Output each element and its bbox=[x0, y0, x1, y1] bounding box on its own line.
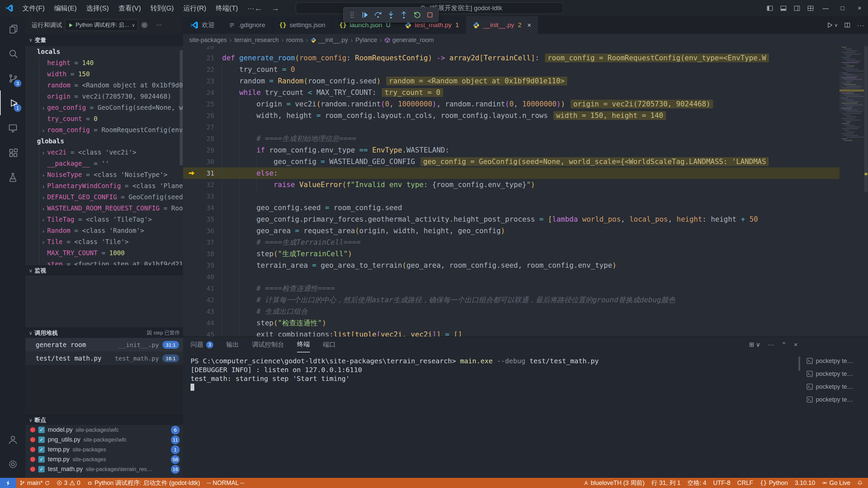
terminal-views-icon[interactable]: ⊞ ∨ bbox=[749, 341, 760, 348]
editor-scrollbar-thumb[interactable] bbox=[864, 46, 868, 192]
step-over-icon[interactable] bbox=[372, 9, 384, 21]
variable-row[interactable]: ›DEFAULT_GEO_CONFIG = GeoConfig(seed=1… bbox=[25, 191, 183, 203]
panel-tab-调试控制台[interactable]: 调试控制台 bbox=[252, 337, 284, 352]
menu-item-5[interactable]: 转到(G) bbox=[146, 0, 179, 16]
breakpoint-row[interactable]: ✓temp.pysite-packages1 bbox=[25, 445, 183, 454]
expand-chevron-icon[interactable]: › bbox=[40, 225, 47, 236]
code-line-24[interactable]: 24while try_count < MAX_TRY_COUNT:try_co… bbox=[183, 87, 840, 98]
tab-close-icon[interactable]: × bbox=[527, 21, 531, 29]
activitybar-run-and-debug[interactable]: 1 bbox=[0, 90, 25, 115]
statusbar-remote-indicator[interactable] bbox=[0, 478, 16, 488]
variable-row[interactable]: globals bbox=[25, 136, 183, 147]
variable-row[interactable]: width = 150 bbox=[25, 68, 183, 80]
menu-item-7[interactable]: 终端(T) bbox=[211, 0, 243, 16]
terminal-list-item[interactable]: pocketpy te… bbox=[803, 367, 868, 380]
chevron-down-icon[interactable]: ∨ bbox=[834, 22, 838, 28]
debug-config-dropdown[interactable]: Python 调试程序: 启… ∨ bbox=[65, 19, 138, 31]
nav-forward-icon[interactable]: → bbox=[269, 0, 282, 16]
close-panel-icon[interactable]: × bbox=[794, 341, 797, 348]
variable-row[interactable]: origin = vec2i(7205730, 9024468) bbox=[25, 91, 183, 102]
menu-item-6[interactable]: 运行(R) bbox=[178, 0, 211, 16]
variable-row[interactable]: ›WASTELAND_ROOM_REQUEST_CONFIG = RoomR… bbox=[25, 203, 183, 214]
sidebar-scrollbar[interactable] bbox=[180, 50, 183, 165]
breakpoints-section-header[interactable]: ∨ 断点 bbox=[25, 415, 183, 425]
code-line-43[interactable]: 43# 生成出口组合 bbox=[183, 306, 840, 317]
variable-row[interactable]: ›Tile = <class 'Tile'> bbox=[25, 236, 183, 247]
toggle-panel-icon[interactable] bbox=[776, 0, 790, 16]
overview-ruler[interactable] bbox=[864, 46, 868, 337]
variable-row[interactable]: MAX_TRY_COUNT = 1000 bbox=[25, 247, 183, 259]
terminal-output[interactable]: PS C:\computer_science\godot-ldtk\site-p… bbox=[191, 357, 791, 392]
toggle-primary-sidebar-icon[interactable] bbox=[763, 0, 776, 16]
expand-chevron-icon[interactable]: › bbox=[40, 237, 47, 247]
breakpoint-checkbox[interactable]: ✓ bbox=[38, 446, 45, 453]
statusbar-vim-mode[interactable]: -- NORMAL -- bbox=[203, 478, 248, 488]
variable-row[interactable]: ›vec2i = <class 'vec2i'> bbox=[25, 147, 183, 158]
tab-__init__.py[interactable]: __init__.py2× bbox=[466, 16, 538, 34]
variable-row[interactable]: height = 140 bbox=[25, 57, 183, 68]
terminal-list-item[interactable]: pocketpy te… bbox=[803, 380, 868, 393]
sidebar-more-icon[interactable]: ··· bbox=[154, 22, 164, 28]
variable-row[interactable]: ›room_config = RoomRequestConfig(env_t… bbox=[25, 124, 183, 136]
breadcrumb-item[interactable]: rooms bbox=[286, 37, 303, 44]
statusbar-debug-session[interactable]: Python 调试程序: 启动文件 (godot-ldtk) bbox=[84, 478, 203, 488]
expand-chevron-icon[interactable]: › bbox=[40, 214, 47, 225]
panel-tab-输出[interactable]: 输出 bbox=[226, 337, 239, 352]
tab-.gdignore[interactable]: .gdignore bbox=[222, 16, 272, 34]
statusbar-gitlens-author[interactable]: blueloveTH (3 周前) bbox=[580, 478, 648, 488]
activitybar-testing[interactable] bbox=[0, 165, 25, 189]
expand-chevron-icon[interactable]: › bbox=[40, 181, 47, 191]
code-line-40[interactable]: 40 bbox=[183, 271, 840, 283]
maximize-button[interactable]: □ bbox=[834, 0, 851, 16]
variable-row[interactable]: step = <function step at 0x1bf9cd216d bbox=[25, 259, 183, 265]
code-line-30[interactable]: 30geo_config = WASTELAND_GEO_CONFIGgeo_c… bbox=[183, 156, 840, 167]
variable-row[interactable]: ›Random = <class 'Random'> bbox=[25, 225, 183, 236]
breakpoint-checkbox[interactable]: ✓ bbox=[38, 456, 45, 463]
statusbar-eol[interactable]: CRLF bbox=[734, 478, 756, 488]
breadcrumb-item[interactable]: site-packages bbox=[189, 37, 227, 44]
expand-chevron-icon[interactable]: › bbox=[40, 102, 47, 113]
code-line-26[interactable]: 26width, height = room_config.layout.n_c… bbox=[183, 110, 840, 121]
code-line-28[interactable]: 28# ====生成初始地理信息==== bbox=[183, 133, 840, 144]
debug-settings-gear-icon[interactable] bbox=[141, 21, 151, 29]
menu-item-2[interactable]: 编辑(E) bbox=[50, 0, 82, 16]
watch-section-header[interactable]: ∨ 监视 bbox=[25, 265, 183, 276]
code-line-42[interactable]: 42# 计算每一个出口的中心，然后使用astar生成路径，确保每一个出口组合都可… bbox=[183, 294, 840, 306]
code-line-38[interactable]: 38step("生成TerrainCell") bbox=[183, 248, 840, 260]
code-line-33[interactable]: 33 bbox=[183, 190, 840, 202]
statusbar-cursor-position[interactable]: 行 31, 列 1 bbox=[648, 478, 684, 488]
callstack-frame[interactable]: generate_room__init__.py31:1 bbox=[25, 338, 183, 351]
code-line-21[interactable]: 21def generate_room(room_config: RoomReq… bbox=[183, 52, 840, 64]
more-actions-icon[interactable]: ··· bbox=[768, 341, 774, 348]
variable-row[interactable]: ›NoiseType = <class 'NoiseType'> bbox=[25, 169, 183, 180]
breakpoint-row[interactable]: ✓model.pysite-packages\wfc6 bbox=[25, 425, 183, 435]
minimap[interactable] bbox=[840, 46, 864, 337]
menu-item-1[interactable]: 文件(F) bbox=[18, 0, 50, 16]
statusbar-language-mode[interactable]: {}Python bbox=[756, 478, 791, 488]
variable-row[interactable]: ›PlanetaryWindConfig = <class 'Planeta… bbox=[25, 180, 183, 191]
activitybar-source-control[interactable]: 3 bbox=[0, 66, 25, 90]
code-line-35[interactable]: 35geo_config.primary_forces.geothermal_a… bbox=[183, 214, 840, 225]
breakpoint-row[interactable]: ✓temp.pysite-packages58 bbox=[25, 454, 183, 464]
activitybar-accounts[interactable] bbox=[0, 427, 25, 452]
code-line-37[interactable]: 37# ====生成TerrainCell==== bbox=[183, 237, 840, 248]
statusbar-git-branch[interactable]: main* bbox=[16, 478, 53, 488]
breadcrumb-item[interactable]: terrain_research bbox=[234, 37, 279, 44]
restart-icon[interactable] bbox=[411, 9, 423, 21]
variables-section-header[interactable]: ∨ 变量 bbox=[25, 34, 183, 46]
code-line-27[interactable]: 27 bbox=[183, 121, 840, 133]
activitybar-explorer[interactable] bbox=[0, 16, 25, 41]
terminal-list-item[interactable]: pocketpy te… bbox=[803, 393, 868, 406]
variable-row[interactable]: random = <Random object at 0x1bf9d01e… bbox=[25, 80, 183, 91]
statusbar-indentation[interactable]: 空格: 4 bbox=[684, 478, 710, 488]
code-line-31[interactable]: 31else: bbox=[183, 167, 840, 179]
nav-back-icon[interactable]: ← bbox=[252, 0, 265, 16]
step-out-icon[interactable] bbox=[398, 9, 410, 21]
run-python-file[interactable]: ∨ bbox=[826, 21, 838, 29]
statusbar-python-version[interactable]: 3.10.10 bbox=[791, 478, 818, 488]
activitybar-search[interactable] bbox=[0, 41, 25, 66]
expand-chevron-icon[interactable]: › bbox=[40, 125, 47, 136]
activitybar-extensions[interactable] bbox=[0, 140, 25, 165]
activitybar-settings[interactable] bbox=[0, 452, 25, 476]
continue-icon[interactable] bbox=[359, 9, 371, 21]
